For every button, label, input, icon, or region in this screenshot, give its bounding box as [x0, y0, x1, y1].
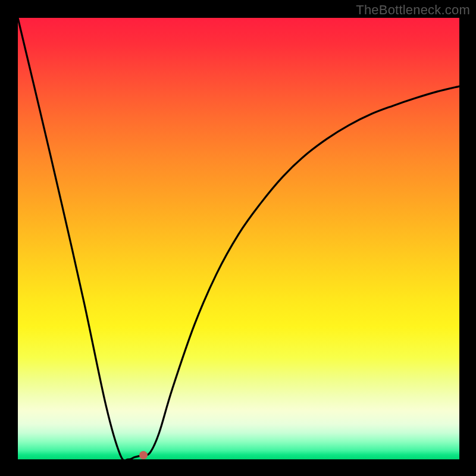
plot-area [18, 18, 459, 459]
optimal-point-marker [139, 451, 148, 459]
curve-layer [18, 18, 459, 459]
chart-frame: TheBottleneck.com [0, 0, 476, 476]
watermark-label: TheBottleneck.com [356, 2, 470, 18]
bottleneck-curve [18, 18, 459, 459]
